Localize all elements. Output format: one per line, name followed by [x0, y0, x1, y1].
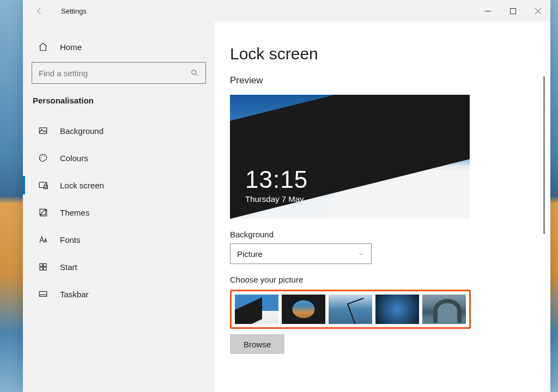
sidebar-item-taskbar[interactable]: Taskbar: [32, 280, 206, 308]
lock-screen-preview: 13:15 Thursday 7 May: [230, 95, 470, 219]
maximize-button[interactable]: [500, 0, 525, 22]
sidebar-item-label: Start: [60, 262, 77, 272]
choose-picture-label: Choose your picture: [230, 275, 535, 284]
svg-rect-19: [39, 292, 47, 297]
sidebar-category: Personalisation: [32, 96, 206, 105]
sidebar-item-label: Background: [60, 126, 104, 136]
sidebar-nav: Background Colours Lock screen: [32, 117, 206, 308]
search-icon: [184, 63, 205, 83]
svg-point-4: [192, 70, 196, 75]
background-label: Background: [230, 230, 535, 239]
scrollbar[interactable]: [543, 76, 545, 234]
preview-date: Thursday 7 May: [245, 194, 308, 204]
svg-point-7: [41, 129, 42, 130]
svg-rect-16: [44, 264, 46, 266]
svg-rect-11: [39, 182, 47, 188]
svg-point-9: [42, 156, 43, 157]
sidebar-item-label: Lock screen: [60, 181, 104, 190]
sidebar-item-label: Themes: [60, 208, 89, 217]
titlebar: Settings: [23, 0, 550, 22]
picture-thumbnail[interactable]: [375, 295, 419, 324]
picture-thumbnail[interactable]: [282, 295, 325, 324]
picture-thumbnail[interactable]: [422, 295, 466, 324]
svg-point-8: [41, 157, 42, 158]
themes-icon: [37, 206, 49, 218]
sidebar-item-label: Home: [60, 42, 82, 52]
browse-button[interactable]: Browse: [230, 334, 284, 354]
picture-thumbnail[interactable]: [329, 295, 372, 324]
chevron-down-icon: [358, 249, 365, 259]
svg-rect-15: [40, 264, 43, 266]
sidebar-item-lock-screen[interactable]: Lock screen: [32, 171, 206, 199]
picture-thumbnails-highlight: [230, 290, 471, 329]
picture-thumbnail[interactable]: [235, 295, 278, 324]
svg-rect-1: [510, 8, 515, 14]
picture-icon: [37, 125, 49, 137]
settings-window: Settings Home: [23, 0, 550, 392]
home-icon: [37, 41, 49, 53]
background-dropdown[interactable]: Picture: [230, 243, 372, 264]
svg-rect-17: [40, 267, 43, 270]
minimize-button[interactable]: [475, 0, 500, 22]
fonts-icon: [37, 234, 49, 246]
sidebar-item-home[interactable]: Home: [32, 35, 206, 59]
back-button[interactable]: [33, 4, 46, 17]
preview-heading: Preview: [230, 75, 535, 86]
start-icon: [37, 261, 49, 273]
window-title: Settings: [61, 7, 87, 15]
lock-screen-icon: [37, 179, 49, 191]
search-input[interactable]: [32, 69, 184, 78]
browse-button-label: Browse: [244, 340, 271, 349]
search-input-container[interactable]: [32, 62, 206, 84]
sidebar-item-label: Fonts: [60, 235, 81, 244]
close-button[interactable]: [525, 0, 550, 22]
svg-point-10: [44, 156, 45, 157]
svg-line-5: [196, 74, 197, 76]
sidebar-item-start[interactable]: Start: [32, 253, 206, 280]
sidebar-item-label: Taskbar: [60, 290, 89, 299]
page-title: Lock screen: [230, 45, 535, 63]
sidebar-item-label: Colours: [60, 154, 88, 163]
sidebar: Home Personalisation Background: [23, 22, 215, 392]
dropdown-value: Picture: [237, 249, 263, 259]
taskbar-icon: [37, 288, 49, 300]
svg-rect-18: [44, 267, 46, 270]
sidebar-item-themes[interactable]: Themes: [32, 199, 206, 226]
svg-line-14: [40, 209, 46, 215]
palette-icon: [37, 152, 49, 164]
main-content: Lock screen Preview 13:15 Thursday 7 May…: [215, 22, 550, 392]
sidebar-item-background[interactable]: Background: [32, 117, 206, 144]
sidebar-item-fonts[interactable]: Fonts: [32, 226, 206, 253]
sidebar-item-colours[interactable]: Colours: [32, 144, 206, 171]
preview-time: 13:15: [245, 166, 308, 193]
